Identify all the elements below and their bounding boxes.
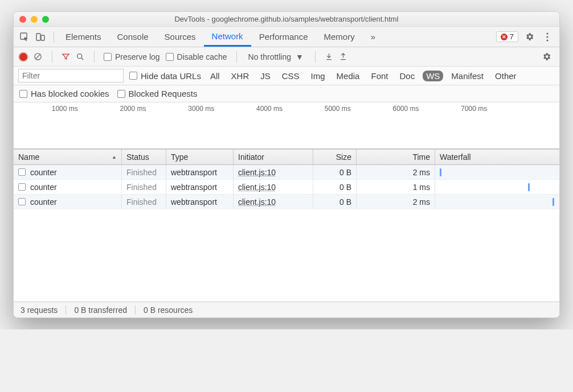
col-header-initiator[interactable]: Initiator <box>234 150 313 164</box>
col-header-name[interactable]: Name▲ <box>14 150 122 164</box>
request-status: Finished <box>122 195 166 209</box>
search-icon[interactable] <box>76 52 85 61</box>
waterfall-cell <box>435 180 559 194</box>
svg-point-5 <box>546 39 548 41</box>
filter-type-media[interactable]: Media <box>333 71 363 81</box>
request-type: webtransport <box>166 165 234 179</box>
filter-type-manifest[interactable]: Manifest <box>448 71 487 81</box>
overview-timeline[interactable]: 1000 ms2000 ms3000 ms4000 ms5000 ms6000 … <box>14 102 559 149</box>
resource-icon <box>18 183 26 191</box>
grid-header-row: Name▲ Status Type Initiator Size Time Wa… <box>14 149 559 165</box>
separator <box>52 51 52 63</box>
timeline-tick: 6000 ms <box>355 102 423 115</box>
titlebar: DevTools - googlechrome.github.io/sample… <box>14 12 559 27</box>
blocked-requests-checkbox[interactable]: Blocked Requests <box>117 89 198 98</box>
more-menu-icon[interactable] <box>540 30 555 44</box>
error-count-value: 7 <box>510 32 514 41</box>
timeline-tick: 5000 ms <box>286 102 355 115</box>
svg-rect-2 <box>41 35 44 40</box>
request-initiator-link[interactable]: client.js:10 <box>238 183 276 192</box>
window-title: DevTools - googlechrome.github.io/sample… <box>14 15 559 23</box>
col-header-waterfall[interactable]: Waterfall <box>435 150 559 164</box>
separator <box>54 31 54 43</box>
export-har-icon[interactable] <box>339 52 347 61</box>
disable-cache-checkbox[interactable]: Disable cache <box>166 52 227 61</box>
blocked-cookies-checkbox[interactable]: Has blocked cookies <box>19 89 109 98</box>
separator <box>94 51 95 63</box>
tab-performance[interactable]: Performance <box>251 27 316 47</box>
status-bar: 3 requests 0 B transferred 0 B resources <box>14 302 559 317</box>
inspect-element-icon[interactable] <box>18 31 31 43</box>
throttling-value: No throttling <box>248 52 291 61</box>
sort-asc-icon: ▲ <box>112 154 117 160</box>
col-header-size[interactable]: Size <box>313 150 357 164</box>
request-name: counter <box>30 197 57 207</box>
blocked-cookies-label: Has blocked cookies <box>31 89 109 98</box>
timeline-tick: 2000 ms <box>82 102 150 115</box>
request-time: 2 ms <box>357 165 435 179</box>
filter-toggle-icon[interactable] <box>62 52 70 61</box>
filter-type-doc[interactable]: Doc <box>396 71 418 81</box>
resource-icon <box>18 168 26 176</box>
filter-type-js[interactable]: JS <box>257 71 274 81</box>
devtools-window: DevTools - googlechrome.github.io/sample… <box>13 11 560 318</box>
request-grid: Name▲ Status Type Initiator Size Time Wa… <box>14 149 559 302</box>
tab-memory[interactable]: Memory <box>316 27 363 47</box>
col-header-type[interactable]: Type <box>166 150 234 164</box>
request-size: 0 B <box>313 165 357 179</box>
tab-console[interactable]: Console <box>109 27 157 47</box>
status-transferred: 0 B transferred <box>74 306 127 315</box>
error-icon: ✕ <box>501 34 507 40</box>
table-row[interactable]: counterFinishedwebtransportclient.js:100… <box>14 165 559 180</box>
filter-type-other[interactable]: Other <box>492 71 520 81</box>
timeline-tick: 1000 ms <box>14 102 82 115</box>
filter-type-ws[interactable]: WS <box>423 71 443 81</box>
filter-type-all[interactable]: All <box>207 71 223 81</box>
col-header-time[interactable]: Time <box>357 150 435 164</box>
blocked-requests-label: Blocked Requests <box>129 89 198 98</box>
window-maximize-icon[interactable] <box>42 16 49 23</box>
chevron-double-right-icon: » <box>371 32 375 42</box>
disable-cache-label: Disable cache <box>177 52 227 61</box>
col-header-status[interactable]: Status <box>122 150 166 164</box>
record-button-icon[interactable] <box>19 53 27 61</box>
tab-sources[interactable]: Sources <box>157 27 204 47</box>
waterfall-cell <box>435 195 559 209</box>
svg-point-8 <box>77 53 82 58</box>
device-toolbar-icon[interactable] <box>34 31 47 43</box>
throttling-select[interactable]: No throttling ▼ <box>246 52 306 61</box>
import-har-icon[interactable] <box>325 52 333 61</box>
svg-line-9 <box>81 58 83 60</box>
table-row[interactable]: counterFinishedwebtransportclient.js:100… <box>14 195 559 209</box>
hide-data-urls-checkbox[interactable]: Hide data URLs <box>129 71 201 81</box>
request-initiator-link[interactable]: client.js:10 <box>238 168 276 177</box>
table-row[interactable]: counterFinishedwebtransportclient.js:100… <box>14 180 559 195</box>
separator <box>135 306 136 315</box>
settings-icon[interactable] <box>522 30 537 44</box>
more-tabs-button[interactable]: » <box>363 27 383 47</box>
window-close-icon[interactable] <box>19 16 26 23</box>
request-status: Finished <box>122 180 166 194</box>
request-initiator-link[interactable]: client.js:10 <box>238 197 276 207</box>
tab-elements[interactable]: Elements <box>58 27 109 47</box>
separator <box>315 51 316 63</box>
window-minimize-icon[interactable] <box>31 16 38 23</box>
separator <box>66 306 66 315</box>
clear-icon[interactable] <box>33 52 43 61</box>
network-settings-icon[interactable] <box>539 49 554 64</box>
svg-point-4 <box>546 36 548 38</box>
request-time: 2 ms <box>357 195 435 209</box>
request-time: 1 ms <box>357 180 435 194</box>
filter-type-xhr[interactable]: XHR <box>228 71 253 81</box>
error-count-badge[interactable]: ✕ 7 <box>496 31 518 42</box>
panel-tabbar: ElementsConsoleSourcesNetworkPerformance… <box>14 27 559 47</box>
preserve-log-checkbox[interactable]: Preserve log <box>104 52 160 61</box>
filter-type-img[interactable]: Img <box>308 71 329 81</box>
filter-type-css[interactable]: CSS <box>279 71 303 81</box>
tab-network[interactable]: Network <box>204 27 251 47</box>
filter-input[interactable] <box>18 69 124 82</box>
request-name: counter <box>30 168 57 177</box>
status-resources: 0 B resources <box>144 306 193 315</box>
filter-type-font[interactable]: Font <box>367 71 391 81</box>
network-toolbar: Preserve log Disable cache No throttling… <box>14 47 559 67</box>
